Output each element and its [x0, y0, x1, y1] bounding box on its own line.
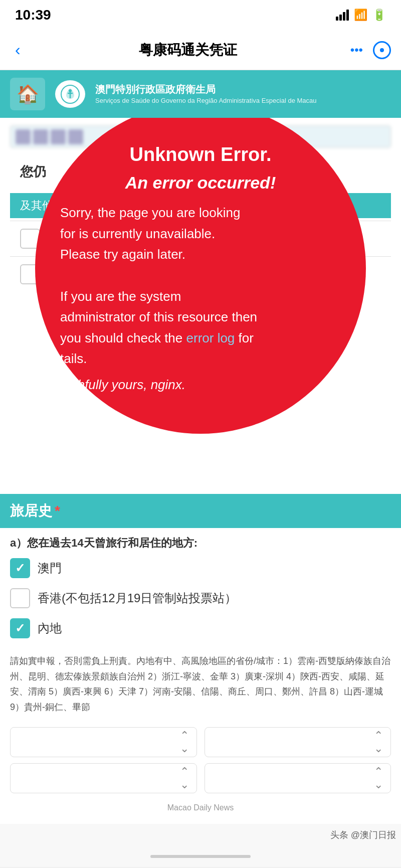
status-icons: 📶 🔋	[336, 9, 386, 22]
check-mark: ✓	[15, 561, 25, 575]
signal-icon	[336, 10, 349, 21]
dropdown-4[interactable]: ⌃⌄	[205, 763, 391, 793]
mainland-checkbox-item: ✓ 內地	[10, 618, 391, 638]
org-name-zh: 澳門特別行政區政府衛生局	[95, 83, 391, 96]
dropdown-1[interactable]: ⌃⌄	[10, 727, 197, 757]
page-title: 粤康码通关凭证	[139, 41, 237, 60]
home-icon: 🏠	[10, 78, 45, 110]
error-overlay: Unknown Error. An error occurred! Sorry,…	[35, 118, 366, 434]
hongkong-label: 香港(不包括12月19日管制站投票站）	[38, 590, 237, 606]
target-center	[380, 48, 384, 52]
dropdown-arrow-1: ⌃⌄	[180, 729, 189, 755]
error-title: Unknown Error.	[130, 144, 272, 165]
dropdown-row-2: ⌃⌄ ⌃⌄	[10, 763, 391, 793]
hongkong-checkbox-item: 香港(不包括12月19日管制站投票站）	[10, 588, 391, 608]
bottom-bar: 头条 @澳门日报	[0, 824, 401, 846]
mainland-checkbox[interactable]: ✓	[10, 618, 30, 638]
subsection-label: a）您在過去14天曾旅行和居住的地方:	[10, 536, 391, 551]
error-line1: Sorry, the page you are looking for is c…	[60, 203, 341, 265]
subsection-travel: a）您在過去14天曾旅行和居住的地方: ✓ 澳門 香港(不包括12月19日管制站…	[0, 528, 401, 824]
nav-bar: ‹ 粤康码通关凭证 •••	[0, 30, 401, 70]
dropdown-arrow-4: ⌃⌄	[374, 765, 383, 791]
section-title: 旅居史	[10, 501, 52, 520]
error-line4: If you are the system administrator of t…	[60, 286, 341, 370]
dropdown-2[interactable]: ⌃⌄	[205, 727, 391, 757]
mainland-label: 內地	[38, 620, 62, 636]
macao-checkbox[interactable]: ✓	[10, 558, 30, 578]
wifi-icon: 📶	[354, 9, 367, 22]
status-time: 10:39	[15, 7, 51, 23]
target-icon[interactable]	[373, 41, 391, 59]
bottom-attribution: 头条 @澳门日报	[330, 829, 396, 841]
dropdown-arrow-2: ⌃⌄	[374, 729, 383, 755]
dropdown-3[interactable]: ⌃⌄	[10, 763, 197, 793]
error-log-link[interactable]: error log	[186, 330, 235, 345]
required-star: *	[55, 503, 60, 519]
hongkong-checkbox[interactable]	[10, 588, 30, 608]
back-button[interactable]: ‹	[10, 36, 26, 64]
org-info: 澳門特別行政區政府衛生局 Serviços de Saúde do Govern…	[95, 83, 391, 105]
travel-history-section: 旅居史 * a）您在過去14天曾旅行和居住的地方: ✓ 澳門 香港(不包括12月…	[0, 494, 401, 824]
section-title-bar: 旅居史 *	[0, 494, 401, 528]
error-subtitle: An error occurred!	[125, 173, 276, 193]
battery-icon: 🔋	[372, 9, 386, 22]
macao-label: 澳門	[38, 560, 62, 576]
watermark: Macao Daily News	[10, 799, 391, 816]
svg-point-1	[69, 89, 72, 92]
dropdown-row-1: ⌃⌄ ⌃⌄	[10, 727, 391, 757]
macao-checkbox-item: ✓ 澳門	[10, 558, 391, 578]
scroll-indicator-bar	[0, 846, 401, 867]
main-content: 您仍 及其他呼吸道症 没有以上征状 否 Unknown Error. An er…	[0, 118, 401, 494]
error-footer: faithfully yours, nginx.	[60, 377, 341, 393]
error-body: Sorry, the page you are looking for is c…	[60, 203, 341, 370]
check-mark-mainland: ✓	[15, 621, 25, 635]
nav-right: •••	[350, 41, 391, 59]
scroll-indicator	[150, 855, 251, 858]
org-name-pt: Serviços de Saúde do Governo da Região A…	[95, 96, 391, 105]
org-logo	[55, 80, 85, 108]
header-banner: 🏠 澳門特別行政區政府衛生局 Serviços de Saúde do Gove…	[0, 70, 401, 118]
more-button[interactable]: •••	[350, 43, 363, 57]
status-bar: 10:39 📶 🔋	[0, 0, 401, 30]
dropdown-arrow-3: ⌃⌄	[180, 765, 189, 791]
mainland-warning: 請如實申報，否則需負上刑責。內地有中、高風險地區的省份/城市：1）雲南-西雙版納…	[10, 648, 391, 720]
